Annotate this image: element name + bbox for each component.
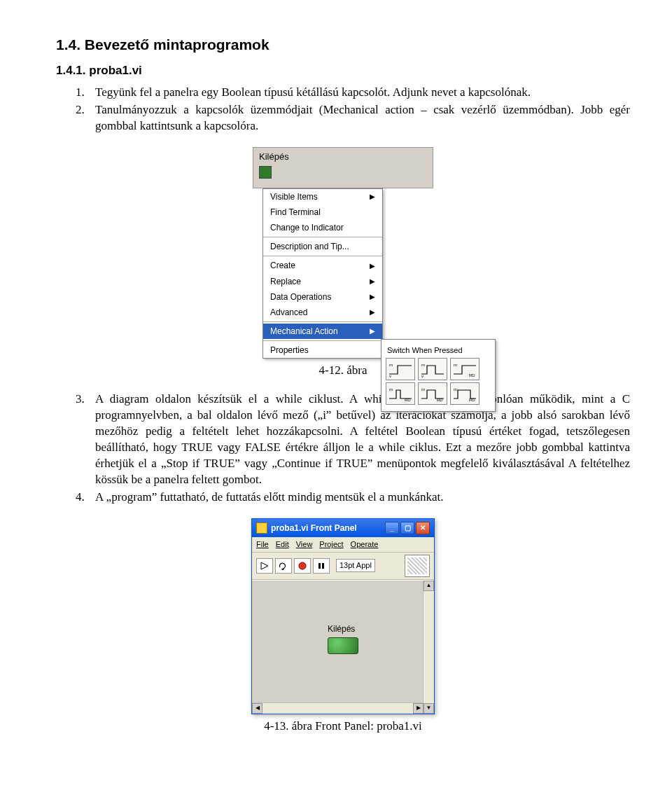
menu-separator xyxy=(263,321,382,322)
list-number: 3. xyxy=(76,391,95,488)
run-arrow-icon xyxy=(260,562,269,570)
context-menu: Visible Items▶ Find Terminal Change to I… xyxy=(262,188,383,359)
run-button[interactable] xyxy=(256,558,273,574)
window-titlebar[interactable]: proba1.vi Front Panel _ ▢ ✕ xyxy=(252,519,434,537)
list-number: 2. xyxy=(76,102,95,134)
menu-item[interactable]: Create▶ xyxy=(263,258,382,273)
submenu-arrow-icon: ▶ xyxy=(370,326,375,336)
scroll-up-icon[interactable]: ▲ xyxy=(424,581,434,591)
list-text: A „program” futtatható, de futtatás előt… xyxy=(95,490,630,506)
menu-edit[interactable]: Edit xyxy=(276,539,289,550)
pause-icon xyxy=(317,562,326,570)
svg-marker-13 xyxy=(281,569,284,570)
maximize-button[interactable]: ▢ xyxy=(400,522,414,534)
abort-button[interactable] xyxy=(294,558,311,574)
pause-button[interactable] xyxy=(313,558,330,574)
menu-separator xyxy=(263,256,382,256)
figure-4-13: proba1.vi Front Panel _ ▢ ✕ File Edit Vi… xyxy=(56,518,630,714)
menu-file[interactable]: File xyxy=(256,539,269,550)
control-label: Kilépés xyxy=(328,623,358,635)
list-item: 2. Tanulmányozzuk a kapcsolók üzemmódjai… xyxy=(76,102,630,134)
figure-4-12: Kilépés Visible Items▶ Find Terminal Cha… xyxy=(56,147,630,359)
toolbar: 13pt Appl xyxy=(252,553,434,580)
scroll-left-icon[interactable]: ◀ xyxy=(252,703,262,714)
svg-text:m: m xyxy=(389,363,393,367)
menubar: File Edit View Project Operate xyxy=(252,537,434,553)
figure-caption: 4-12. ábra xyxy=(56,363,630,379)
close-button[interactable]: ✕ xyxy=(416,522,430,534)
submenu-arrow-icon: ▶ xyxy=(370,192,375,202)
list-number: 1. xyxy=(76,85,95,101)
menu-item[interactable]: Advanced▶ xyxy=(263,305,382,320)
menu-item[interactable]: Description and Tip... xyxy=(263,239,382,254)
control-label: Kilépés xyxy=(259,151,427,163)
svg-text:v: v xyxy=(421,374,424,378)
mechanical-action-option[interactable]: mRD xyxy=(450,358,479,380)
figure-caption: 4-13. ábra Front Panel: proba1.vi xyxy=(56,719,630,735)
submenu-tooltip: Switch When Pressed xyxy=(386,344,491,359)
list-item: 1. Tegyünk fel a panelra egy Boolean típ… xyxy=(76,85,630,101)
list-number: 4. xyxy=(76,490,95,506)
mechanical-action-option[interactable]: mRD xyxy=(450,382,479,405)
svg-text:v: v xyxy=(389,374,391,378)
svg-text:m: m xyxy=(389,387,393,391)
menu-item[interactable]: Data Operations▶ xyxy=(263,289,382,305)
list-text: Tanulmányozzuk a kapcsolók üzemmódjait (… xyxy=(95,102,630,134)
svg-rect-15 xyxy=(318,563,321,569)
menu-view[interactable]: View xyxy=(296,539,313,550)
horizontal-scrollbar[interactable]: ◀ ▶ xyxy=(252,702,424,714)
boolean-switch[interactable] xyxy=(259,166,272,179)
submenu-arrow-icon: ▶ xyxy=(370,307,375,317)
run-continuous-button[interactable] xyxy=(275,558,292,574)
instruction-list-2: 3. A diagram oldalon készítsük el a whil… xyxy=(76,391,630,506)
vi-icon-thumbnail[interactable] xyxy=(405,555,430,577)
menu-item[interactable]: Find Terminal xyxy=(263,205,382,220)
section-heading: 1.4. Bevezető mintaprogramok xyxy=(56,35,630,55)
mechanical-action-option[interactable]: mv xyxy=(418,358,447,380)
submenu-arrow-icon: ▶ xyxy=(370,292,375,302)
boolean-control: Kilépés xyxy=(328,623,358,654)
menu-item[interactable]: Properties xyxy=(263,342,382,358)
svg-text:m: m xyxy=(454,387,457,391)
svg-point-14 xyxy=(299,562,306,569)
mechanical-action-option[interactable]: mRD xyxy=(386,382,415,405)
mechanical-action-submenu: Switch When Pressed mv mv mRD mRD xyxy=(381,339,496,413)
svg-rect-16 xyxy=(322,563,324,569)
menu-operate[interactable]: Operate xyxy=(351,539,379,550)
vertical-scrollbar[interactable]: ▲ ▼ xyxy=(423,581,434,714)
svg-text:RD: RD xyxy=(437,398,443,402)
instruction-list-1: 1. Tegyünk fel a panelra egy Boolean típ… xyxy=(76,85,630,134)
svg-marker-12 xyxy=(261,562,268,569)
run-continuous-icon xyxy=(279,562,288,570)
scroll-right-icon[interactable]: ▶ xyxy=(413,703,424,714)
menu-item-mechanical-action[interactable]: Mechanical Action▶ xyxy=(263,324,382,339)
list-item: 4. A „program” futtatható, de futtatás e… xyxy=(76,490,630,506)
mechanical-action-option[interactable]: mRD xyxy=(418,382,447,405)
abort-icon xyxy=(298,562,307,570)
app-icon xyxy=(256,522,267,534)
list-item: 3. A diagram oldalon készítsük el a whil… xyxy=(76,391,630,488)
panel-preview: Kilépés xyxy=(253,147,433,188)
scroll-down-icon[interactable]: ▼ xyxy=(424,703,434,714)
svg-text:RD: RD xyxy=(469,373,475,377)
minimize-button[interactable]: _ xyxy=(385,522,399,534)
menu-project[interactable]: Project xyxy=(319,539,343,550)
subsection-heading: 1.4.1. proba1.vi xyxy=(56,63,630,79)
svg-text:m: m xyxy=(421,363,425,367)
mechanical-action-option[interactable]: mv xyxy=(386,358,415,380)
front-panel-canvas: Kilépés ▲ ▼ ◀ ▶ xyxy=(252,580,434,714)
menu-item[interactable]: Change to Indicator xyxy=(263,220,382,235)
menu-item[interactable]: Visible Items▶ xyxy=(263,189,382,205)
svg-text:m: m xyxy=(454,363,457,367)
window-title: proba1.vi Front Panel xyxy=(271,522,357,534)
menu-separator xyxy=(263,237,382,237)
front-panel-window: proba1.vi Front Panel _ ▢ ✕ File Edit Vi… xyxy=(251,518,435,714)
font-selector[interactable]: 13pt Appl xyxy=(336,559,375,572)
menu-separator xyxy=(263,340,382,341)
svg-text:RD: RD xyxy=(469,398,475,402)
menu-item[interactable]: Replace▶ xyxy=(263,274,382,289)
boolean-button[interactable] xyxy=(328,637,358,654)
svg-text:RD: RD xyxy=(405,398,411,402)
submenu-arrow-icon: ▶ xyxy=(370,261,375,271)
list-text: A diagram oldalon készítsük el a while c… xyxy=(95,391,630,488)
